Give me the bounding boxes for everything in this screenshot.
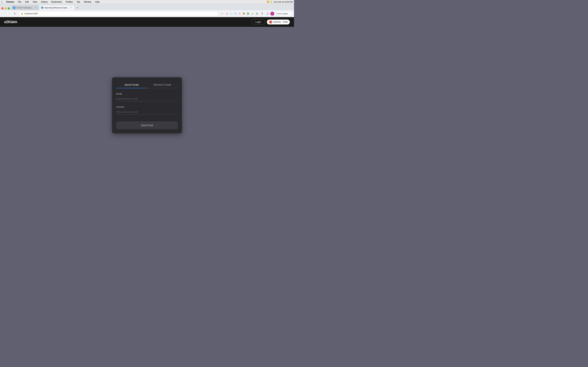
finish-update-menu-icon: ⋮ (289, 12, 291, 15)
bookmark-button[interactable]: ☆ (220, 11, 225, 16)
tab-bar: ⟳ Create Turborepo ✕ Improving Ethereum … (0, 4, 294, 10)
menu-history[interactable]: History (40, 0, 48, 3)
menu-view[interactable]: View (32, 0, 38, 3)
menu-bar-right: 📶 🔋 Sun Feb 18 12:00 PM (267, 1, 293, 3)
amount-label: Amount (116, 106, 178, 108)
traffic-lights (1, 7, 10, 9)
apple-menu[interactable]:  (1, 0, 2, 3)
ext-icon-5[interactable]: 🦊 (242, 12, 246, 16)
maximize-window-button[interactable] (8, 7, 10, 9)
menu-profiles[interactable]: Profiles (65, 0, 73, 3)
wallet-badge[interactable]: 0xD3Ab····F346 (267, 20, 290, 25)
card-tabs: Send Funds Receive Funds (116, 82, 178, 88)
profile-avatar[interactable]: L (270, 12, 274, 16)
ext-icon-1[interactable]: ● (225, 12, 229, 16)
tab2-favicon (41, 7, 43, 9)
minimize-window-button[interactable] (5, 7, 7, 9)
tab2-title: Improving Ethereum Usability... (44, 7, 69, 9)
email-form-group: Email (116, 92, 178, 101)
sidebar-button[interactable]: ◫ (265, 11, 270, 16)
menu-chrome[interactable]: Chrome (5, 0, 15, 3)
tab2-close[interactable]: ✕ (70, 7, 72, 9)
web-content: eZKlaim Login 0xD3Ab····F346 Send Funds … (0, 17, 294, 184)
ext-icon-6[interactable]: 🐉 (246, 12, 250, 16)
menu-edit[interactable]: Edit (25, 0, 30, 3)
menu-window[interactable]: Window (83, 0, 92, 3)
new-tab-button[interactable]: + (75, 5, 80, 10)
main-content: Send Funds Receive Funds Email Amount Se… (0, 27, 294, 184)
address-text: localhost:3000 (24, 12, 38, 15)
clock: Sun Feb 18 12:00 PM (274, 1, 293, 3)
tab-create-turborepo[interactable]: ⟳ Create Turborepo ✕ (11, 5, 39, 10)
email-label: Email (116, 92, 178, 95)
address-bar[interactable]: 🔒 localhost:3000 (19, 11, 219, 16)
tab-improving-ethereum[interactable]: Improving Ethereum Usability... ✕ (39, 5, 74, 10)
ext-icon-3[interactable]: ⚙ (234, 12, 237, 16)
forward-button[interactable]: → (7, 11, 12, 16)
wallet-avatar (269, 20, 272, 24)
menu-tab[interactable]: Tab (76, 0, 81, 3)
close-window-button[interactable] (1, 7, 3, 9)
extension-manage-button[interactable]: ⊞ (255, 11, 259, 16)
tab1-favicon: ⟳ (13, 7, 15, 9)
login-button[interactable]: Login (252, 19, 265, 25)
amount-form-group: Amount (116, 106, 178, 115)
ext-icon-2[interactable]: ⬡ (229, 12, 233, 16)
send-funds-card: Send Funds Receive Funds Email Amount Se… (112, 77, 182, 133)
nav-right-buttons: ☆ ● ⬡ ⚙ A 🦊 🐉 ⬜ ⊞ ⬇ ◫ L Finish update ⋮ (220, 11, 293, 16)
app-header: eZKlaim Login 0xD3Ab····F346 (0, 17, 294, 27)
tab1-title: Create Turborepo (17, 7, 34, 9)
menu-bar:  Chrome File Edit View History Bookmark… (0, 0, 294, 4)
download-button[interactable]: ⬇ (260, 11, 265, 16)
wallet-address: 0xD3Ab····F346 (273, 21, 288, 23)
reload-button[interactable]: ↻ (13, 11, 17, 16)
extension-icons: ● ⬡ ⚙ A 🦊 🐉 ⬜ (225, 12, 254, 16)
back-button[interactable]: ← (1, 11, 6, 16)
ext-icon-7[interactable]: ⬜ (251, 12, 254, 16)
tab-receive-funds[interactable]: Receive Funds (147, 82, 178, 88)
send-fund-button[interactable]: Send Fund (116, 121, 178, 129)
lock-icon: 🔒 (21, 12, 23, 15)
finish-update-label: Finish update (277, 13, 288, 15)
wifi-icon: 📶 (267, 1, 269, 3)
menu-bookmarks[interactable]: Bookmarks (51, 0, 63, 3)
app-logo: eZKlaim (4, 20, 252, 24)
tab-send-funds[interactable]: Send Funds (116, 82, 147, 88)
menu-file[interactable]: File (17, 0, 22, 3)
nav-bar: ← → ↻ 🔒 localhost:3000 ☆ ● ⬡ ⚙ A 🦊 🐉 ⬜ ⊞… (0, 10, 294, 17)
finish-update-button[interactable]: Finish update ⋮ (275, 12, 293, 16)
header-right: Login 0xD3Ab····F346 (252, 19, 290, 25)
tab1-close[interactable]: ✕ (35, 7, 37, 9)
system-icons: 📶 🔋 Sun Feb 18 12:00 PM (267, 1, 293, 3)
chrome-window: ⟳ Create Turborepo ✕ Improving Ethereum … (0, 4, 294, 184)
ext-icon-4[interactable]: A (238, 12, 242, 16)
email-input[interactable] (116, 96, 178, 101)
amount-input[interactable] (116, 109, 178, 115)
battery-icon: 🔋 (270, 1, 273, 3)
menu-help[interactable]: Help (95, 0, 100, 3)
